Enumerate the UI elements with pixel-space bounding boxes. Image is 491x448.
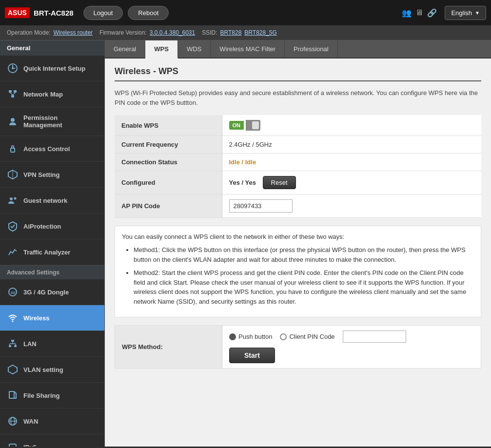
page-title: Wireless - WPS — [115, 66, 481, 81]
sidebar-label-traffic-analyzer: Traffic Analyzer — [23, 249, 70, 256]
ap-pin-label: AP PIN Code — [115, 195, 222, 218]
sidebar-label-ipv6: IPv6 — [23, 444, 37, 447]
logout-button[interactable]: Logout — [83, 6, 123, 20]
current-freq-label: Current Frequency — [115, 136, 222, 154]
toggle-knob — [252, 121, 259, 129]
guest-network-icon — [7, 195, 19, 206]
wps-method-label: WPS Method: — [115, 326, 222, 369]
method-list: Method1: Click the WPS button on this in… — [122, 245, 474, 306]
sidebar-item-file-sharing[interactable]: File Sharing — [0, 383, 104, 409]
enable-wps-row: Enable WPS ON — [115, 115, 481, 136]
aiprotection-icon — [7, 220, 19, 232]
svg-text:4G: 4G — [11, 291, 16, 294]
info-bar: Operation Mode: Wireless router Firmware… — [0, 25, 491, 40]
connection-status-label: Connection Status — [115, 154, 222, 171]
logo-area: ASUS BRT-AC828 — [5, 7, 74, 18]
wps-method-table: WPS Method: Push button Client PIN Code — [115, 325, 481, 369]
configured-cell: Yes / Yes Reset — [222, 171, 481, 195]
wireless-icon — [7, 312, 19, 324]
sidebar-advanced-header: Advanced Settings — [0, 265, 104, 279]
connection-status-row: Connection Status Idle / Idle — [115, 154, 481, 171]
main-layout: General Quick Internet Setup Network Map… — [0, 40, 491, 447]
sidebar-label-vlan: VLAN setting — [23, 366, 63, 373]
sidebar-item-wireless[interactable]: Wireless — [0, 305, 104, 331]
sidebar-item-access-control[interactable]: Access Control — [0, 136, 104, 162]
language-selector[interactable]: English ▼ — [445, 6, 486, 20]
main-content: General WPS WDS Wireless MAC Filter Prof… — [105, 40, 491, 447]
header: ASUS BRT-AC828 Logout Reboot 👥 🖥 🔗 Engli… — [0, 0, 491, 25]
client-pin-input[interactable] — [343, 331, 406, 343]
wps-toggle[interactable]: ON — [229, 120, 475, 131]
sidebar-label-quick-internet: Quick Internet Setup — [23, 65, 85, 72]
svg-point-15 — [12, 321, 14, 322]
sidebar-item-permission[interactable]: Permission Management — [0, 107, 104, 136]
sidebar-label-lan: LAN — [23, 340, 37, 348]
sidebar-item-vlan[interactable]: VLAN setting — [0, 357, 104, 383]
sidebar-item-aiprotection[interactable]: AiProtection — [0, 214, 104, 239]
share-icon[interactable]: 🔗 — [427, 8, 437, 18]
access-control-icon — [7, 143, 19, 155]
file-sharing-icon — [7, 390, 19, 401]
current-freq-row: Current Frequency 2.4GHz / 5GHz — [115, 136, 481, 154]
network-map-icon — [7, 88, 19, 100]
sidebar-item-network-map[interactable]: Network Map — [0, 81, 104, 107]
ssid2-value[interactable]: BRT828_5G — [244, 29, 277, 36]
enable-wps-control: ON — [222, 115, 481, 136]
sidebar-label-vpn: VPN Setting — [23, 171, 59, 178]
wps-radio-row: Push button Client PIN Code — [229, 331, 474, 343]
start-button[interactable]: Start — [229, 348, 275, 363]
svg-rect-17 — [9, 345, 11, 347]
ssid1-value[interactable]: BRT828 — [220, 29, 242, 36]
configured-value: Yes / Yes — [229, 179, 256, 186]
users-icon[interactable]: 👥 — [402, 8, 412, 18]
sidebar-label-network-map: Network Map — [23, 91, 63, 98]
svg-rect-8 — [11, 148, 15, 152]
tab-wps[interactable]: WPS — [145, 40, 178, 58]
status-idle-text: Idle / Idle — [229, 158, 256, 166]
sidebar-item-guest-network[interactable]: Guest network — [0, 188, 104, 214]
client-pin-label: Client PIN Code — [289, 333, 334, 340]
sidebar-item-lan[interactable]: LAN — [0, 331, 104, 357]
push-button-radio[interactable] — [229, 333, 236, 340]
configured-label: Configured — [115, 171, 222, 195]
operation-mode-label: Operation Mode: — [7, 29, 50, 36]
firmware-value[interactable]: 3.0.0.4.380_6031 — [150, 29, 195, 36]
tab-wireless-mac-filter[interactable]: Wireless MAC Filter — [211, 40, 285, 58]
ap-pin-input[interactable] — [229, 199, 293, 213]
operation-mode-value[interactable]: Wireless router — [53, 29, 93, 36]
client-pin-option[interactable]: Client PIN Code — [280, 333, 334, 340]
tab-professional[interactable]: Professional — [285, 40, 338, 58]
reboot-button[interactable]: Reboot — [128, 6, 169, 20]
connection-status-value: Idle / Idle — [222, 154, 481, 171]
svg-point-12 — [14, 197, 17, 200]
sidebar-label-permission: Permission Management — [23, 114, 98, 129]
sidebar-item-wan[interactable]: WAN — [0, 409, 104, 434]
tab-general[interactable]: General — [105, 40, 145, 58]
permission-icon — [7, 116, 19, 127]
svg-rect-24 — [9, 391, 14, 398]
methods-section: You can easily connect a WPS client to t… — [115, 226, 481, 317]
sidebar-item-ipv6[interactable]: IPv6 IPv6 — [0, 434, 104, 447]
svg-rect-3 — [14, 90, 17, 93]
wps-method-content: Push button Client PIN Code Start — [222, 326, 481, 369]
lang-arrow-icon: ▼ — [475, 10, 480, 16]
sidebar-item-quick-internet[interactable]: Quick Internet Setup — [0, 56, 104, 81]
push-button-label: Push button — [238, 333, 272, 340]
push-button-option[interactable]: Push button — [229, 333, 272, 340]
ipv6-icon: IPv6 — [7, 441, 19, 447]
method2-item: Method2: Start the client WPS process an… — [134, 268, 474, 306]
toggle-switch[interactable] — [246, 120, 260, 131]
lan-icon — [7, 338, 19, 350]
method1-item: Method1: Click the WPS button on this in… — [134, 245, 474, 264]
sidebar-item-vpn[interactable]: VPN Setting — [0, 162, 104, 188]
client-pin-radio[interactable] — [280, 333, 287, 340]
sidebar-item-traffic-analyzer[interactable]: Traffic Analyzer — [0, 239, 104, 265]
reset-button[interactable]: Reset — [263, 176, 296, 189]
page-description: WPS (Wi-Fi Protected Setup) provides eas… — [115, 88, 481, 107]
monitor-icon[interactable]: 🖥 — [415, 8, 423, 17]
ap-pin-cell — [222, 195, 481, 218]
tab-wds[interactable]: WDS — [178, 40, 211, 58]
sidebar-label-wireless: Wireless — [23, 314, 49, 322]
sidebar-item-3g4g[interactable]: 4G 3G / 4G Dongle — [0, 279, 104, 305]
asus-logo: ASUS — [5, 7, 30, 18]
